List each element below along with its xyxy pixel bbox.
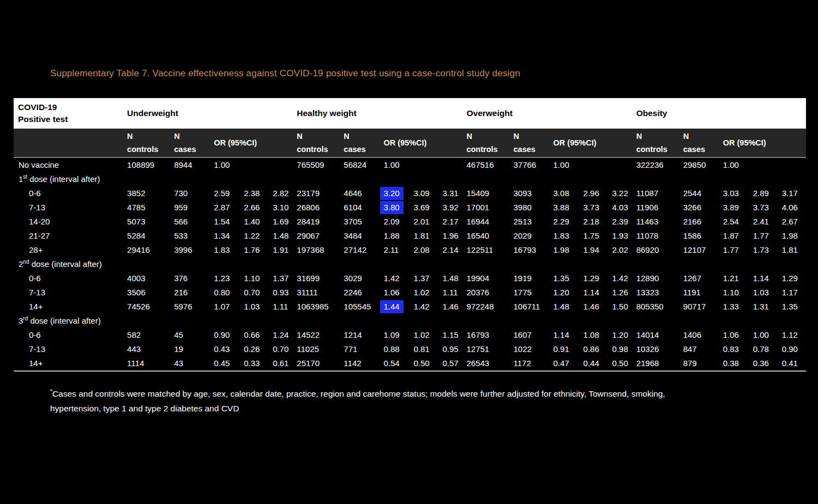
table-cell: [244, 314, 273, 328]
table-cell: 1.87: [723, 229, 753, 243]
table-row: 14-2050735661.541.401.692841937052.092.0…: [14, 215, 806, 229]
table-cell: 12890: [636, 271, 683, 286]
row-label: 28+: [14, 243, 127, 257]
column-header-n-cases: N cases: [344, 129, 383, 157]
table-cell: 31699: [297, 271, 344, 286]
table-row: 7-1347859592.872.663.102680661043.803.69…: [14, 201, 806, 215]
table-cell: 1.10: [244, 271, 273, 286]
table-cell: 108899: [127, 157, 174, 172]
table-row: 14+1114430.450.330.612517011420.540.500.…: [14, 356, 806, 371]
table-cell: [244, 257, 273, 271]
table-cell: [584, 172, 612, 186]
table-cell: 13323: [636, 286, 683, 300]
table-cell: [442, 157, 466, 172]
table-cell: 1586: [683, 229, 723, 243]
table-cell: 2.09: [383, 215, 413, 229]
table-cell: 0.90: [214, 328, 244, 342]
table-cell: 14522: [297, 328, 344, 342]
table-cell: 3.92: [442, 201, 466, 215]
table-body: No vaccine10889989441.00765509568241.004…: [14, 157, 806, 371]
row-label: 14-20: [14, 215, 127, 229]
section-row: 1st dose (interval after): [14, 172, 806, 186]
table-cell: 37766: [514, 157, 554, 172]
table-cell: [214, 172, 244, 186]
table-cell: 3.08: [554, 186, 584, 201]
table-cell: 0.45: [214, 356, 244, 371]
column-header-or: OR (95%CI): [214, 129, 297, 157]
page-title: Supplementary Table 7. Vaccine effective…: [50, 68, 520, 79]
table-cell: 1.22: [244, 229, 273, 243]
corner-line2: Positive test: [18, 113, 127, 125]
table-cell: [297, 172, 344, 186]
table-cell: 805350: [636, 300, 683, 314]
table-cell: [514, 172, 554, 186]
footnote-line2: hypertension, type 1 and type 2 diabetes…: [50, 401, 665, 416]
table-cell: [782, 314, 806, 328]
table-cell: 1.06: [723, 328, 753, 342]
column-header-n-controls: N controls: [297, 129, 344, 157]
row-label: 7-13: [14, 286, 127, 300]
table-cell: 3.20: [383, 186, 413, 201]
table-cell: 1.83: [554, 229, 584, 243]
table-cell: [413, 257, 442, 271]
table-cell: 31111: [297, 286, 344, 300]
table-cell: 1114: [127, 356, 174, 371]
table-cell: 467516: [466, 157, 513, 172]
table-cell: [753, 314, 782, 328]
table-cell: 2.41: [753, 215, 782, 229]
table-cell: [273, 157, 297, 172]
table-cell: 3093: [514, 186, 554, 201]
table-cell: [554, 172, 584, 186]
table-cell: 14014: [636, 328, 683, 342]
table-cell: 3852: [127, 186, 174, 201]
table-cell: 2544: [683, 186, 723, 201]
table-cell: [782, 257, 806, 271]
table-cell: 0.50: [612, 356, 636, 371]
table-cell: 4646: [344, 186, 383, 201]
table-cell: 0.70: [244, 286, 273, 300]
table-cell: 2.02: [612, 243, 636, 257]
table-cell: [782, 172, 806, 186]
table-cell: [127, 257, 174, 271]
table-cell: [753, 257, 782, 271]
table-cell: 0.33: [244, 356, 273, 371]
table-cell: 1.35: [782, 300, 806, 314]
table-row: 0-6582450.900.661.241452212141.091.021.1…: [14, 328, 806, 342]
table-cell: 771: [344, 342, 383, 356]
table-cell: 2.39: [612, 215, 636, 229]
table-cell: [273, 172, 297, 186]
table-cell: 1063985: [297, 300, 344, 314]
row-label: 0-6: [14, 186, 127, 201]
table-cell: 2.17: [442, 215, 466, 229]
table-cell: 2.59: [214, 186, 244, 201]
table-cell: 2.67: [782, 215, 806, 229]
table-cell: 1.31: [753, 300, 782, 314]
column-header-row: N controls N cases OR (95%CI) N controls…: [14, 129, 806, 157]
table-cell: 11025: [297, 342, 344, 356]
table-cell: 0.93: [273, 286, 297, 300]
table-cell: [413, 157, 442, 172]
table-cell: 0.83: [723, 342, 753, 356]
table-row: 28+2941639961.831.761.91197368271422.112…: [14, 243, 806, 257]
table-cell: 0.26: [244, 342, 273, 356]
table-cell: 1.26: [612, 286, 636, 300]
table-cell: [683, 314, 723, 328]
table-cell: 43: [174, 356, 214, 371]
table-cell: 2.66: [244, 201, 273, 215]
table-cell: 5284: [127, 229, 174, 243]
table-cell: [466, 314, 513, 328]
table-cell: 1.46: [442, 300, 466, 314]
table-cell: 4.06: [782, 201, 806, 215]
table-cell: 1.50: [612, 300, 636, 314]
column-header-empty: [14, 129, 127, 157]
table-cell: 4.03: [612, 201, 636, 215]
column-header-n-cases: N cases: [683, 129, 723, 157]
table-cell: 19: [174, 342, 214, 356]
table-cell: 3266: [683, 201, 723, 215]
table-cell: 0.95: [442, 342, 466, 356]
table-cell: 1142: [344, 356, 383, 371]
table-cell: 12107: [683, 243, 723, 257]
table-cell: [466, 257, 513, 271]
table-cell: 45: [174, 328, 214, 342]
table-cell: 2.01: [413, 215, 442, 229]
